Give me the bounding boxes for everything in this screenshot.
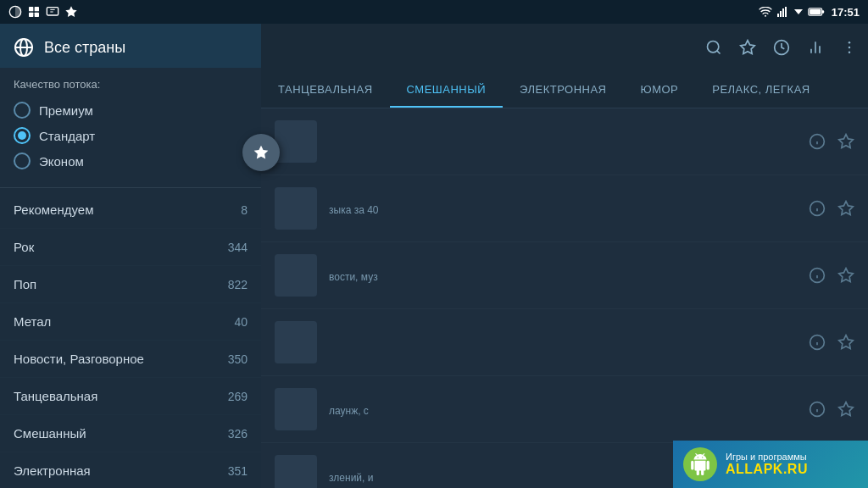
quality-economy[interactable]: Эконом (14, 148, 248, 174)
chart-icon[interactable] (807, 39, 824, 56)
radio-circle-economy (14, 152, 31, 169)
menu-item-news[interactable]: Новости, Разговорное 350 (0, 341, 261, 378)
svg-rect-3 (29, 13, 33, 17)
svg-point-6 (765, 15, 766, 17)
svg-rect-13 (821, 10, 824, 13)
divider (0, 187, 261, 188)
more-icon[interactable] (841, 39, 858, 56)
menu-item-metal[interactable]: Метал 40 (0, 303, 261, 341)
status-bar-left (8, 5, 78, 19)
quality-section: Качество потока: Премиум Стандарт Эконом (0, 68, 261, 184)
menu-item-pop-label: Поп (14, 277, 36, 291)
svg-marker-11 (794, 9, 803, 14)
quality-label: Качество потока: (14, 78, 248, 91)
svg-point-26 (849, 52, 851, 54)
menu-item-electronic[interactable]: Электронная 351 (0, 452, 261, 488)
tab-dance[interactable]: ТАНЦЕВАЛЬНАЯ (261, 71, 390, 108)
fav-icon-1[interactable] (837, 133, 854, 150)
svg-rect-2 (35, 7, 39, 11)
svg-rect-5 (47, 8, 58, 15)
menu-item-mixed-label: Смешанный (14, 426, 86, 441)
station-info-1 (329, 141, 809, 143)
menu-item-mixed[interactable]: Смешанный 326 (0, 415, 261, 452)
station-desc-3: вости, муз (329, 271, 809, 283)
station-item-2[interactable]: зыка за 40 (261, 175, 868, 242)
svg-rect-4 (35, 13, 39, 17)
watermark-text: Игры и программы ALLAPK.RU (726, 452, 808, 477)
info-icon-1[interactable] (809, 133, 826, 150)
watermark-line2: ALLAPK.RU (726, 462, 808, 477)
info-icon-5[interactable] (809, 401, 826, 418)
menu-item-news-label: Новости, Разговорное (14, 352, 144, 366)
app-icon-2 (27, 5, 41, 19)
menu-item-electronic-label: Электронная (14, 463, 91, 478)
station-thumb-4 (275, 321, 317, 363)
menu-item-pop-count: 822 (228, 278, 248, 291)
star-icon[interactable] (739, 39, 756, 56)
info-icon-3[interactable] (809, 267, 826, 284)
star-fab-icon (253, 144, 270, 161)
station-info-2: зыка за 40 (329, 202, 809, 216)
station-item-4[interactable] (261, 309, 868, 376)
station-item-1[interactable] (261, 108, 868, 175)
main-container: Все страны Качество потока: Премиум Стан… (0, 24, 868, 488)
menu-item-rock-label: Рок (14, 240, 34, 254)
radio-circle-premium (14, 102, 31, 119)
content-area: ТАНЦЕВАЛЬНАЯ СМЕШАННЫЙ ЭЛЕКТРОННАЯ ЮМОР … (261, 24, 868, 488)
stations-list[interactable]: зыка за 40 вости, муз (261, 108, 868, 488)
tab-mixed[interactable]: СМЕШАННЫЙ (390, 71, 503, 108)
tab-humor[interactable]: ЮМОР (624, 71, 696, 108)
fav-icon-5[interactable] (837, 401, 854, 418)
globe-icon (14, 37, 34, 58)
fav-icon-2[interactable] (837, 200, 854, 217)
search-icon[interactable] (705, 39, 722, 56)
station-thumb-2 (275, 187, 317, 230)
status-bar: 17:51 (0, 0, 868, 24)
toolbar (261, 24, 868, 71)
wifi-icon (759, 7, 772, 17)
svg-rect-9 (782, 8, 784, 17)
watermark-line1: Игры и программы (726, 452, 808, 462)
menu-item-mixed-count: 326 (228, 427, 248, 441)
menu-item-dance[interactable]: Танцевальная 269 (0, 378, 261, 415)
status-bar-right: 17:51 (759, 6, 860, 19)
menu-item-metal-label: Метал (14, 314, 51, 329)
menu-item-news-count: 350 (228, 352, 248, 366)
android-icon (689, 453, 711, 475)
quality-standard[interactable]: Стандарт (14, 123, 248, 148)
menu-item-dance-label: Танцевальная (14, 389, 97, 403)
battery-icon (808, 7, 825, 17)
quality-premium-label: Премиум (39, 103, 93, 118)
station-desc-5: лаунж, с (329, 405, 809, 417)
app-icon-4 (64, 5, 78, 19)
station-actions-4 (809, 334, 854, 351)
menu-item-rock[interactable]: Рок 344 (0, 229, 261, 266)
radio-circle-standard (14, 127, 31, 144)
svg-point-18 (708, 42, 719, 53)
menu-item-recommended[interactable]: Рекомендуем 8 (0, 191, 261, 229)
fav-icon-3[interactable] (837, 267, 854, 284)
info-icon-4[interactable] (809, 334, 826, 351)
clock-icon[interactable] (773, 39, 790, 56)
station-actions-5 (809, 401, 854, 418)
quality-premium[interactable]: Премиум (14, 97, 248, 123)
menu-item-pop[interactable]: Поп 822 (0, 266, 261, 303)
station-item-3[interactable]: вости, муз (261, 242, 868, 309)
sidebar-title: Все страны (44, 39, 125, 57)
station-actions-3 (809, 267, 854, 284)
app-icon-3 (46, 5, 59, 19)
info-icon-2[interactable] (809, 200, 826, 217)
tabs-container: ТАНЦЕВАЛЬНАЯ СМЕШАННЫЙ ЭЛЕКТРОННАЯ ЮМОР … (261, 71, 868, 108)
menu-list[interactable]: Рекомендуем 8 Рок 344 Поп 822 Метал 40 Н… (0, 191, 261, 488)
station-actions-2 (809, 200, 854, 217)
quality-economy-label: Эконом (39, 154, 84, 169)
arrow-down-icon (794, 8, 803, 16)
star-fab-button[interactable] (242, 134, 280, 171)
tab-relax[interactable]: РЕЛАКС, ЛЕГКАЯ (695, 71, 826, 108)
quality-standard-label: Стандарт (39, 129, 95, 143)
watermark-logo (683, 447, 717, 481)
station-item-5[interactable]: лаунж, с (261, 376, 868, 443)
tab-electronic[interactable]: ЭЛЕКТРОННАЯ (503, 71, 623, 108)
fav-icon-4[interactable] (837, 334, 854, 351)
station-thumb-1 (275, 120, 317, 163)
